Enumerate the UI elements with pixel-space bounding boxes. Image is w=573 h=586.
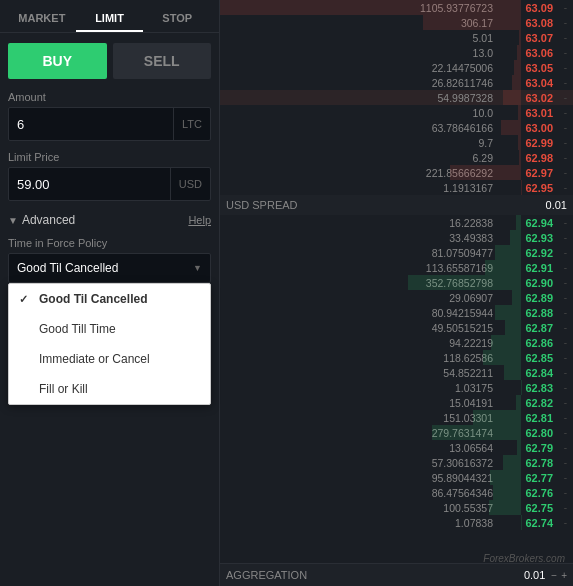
sell-button[interactable]: SELL	[113, 43, 212, 79]
bid-qty: 29.06907	[226, 292, 501, 304]
tif-section: Time in Force Policy Good Til Cancelled …	[0, 233, 219, 289]
bid-bar	[516, 395, 521, 410]
bid-bar	[473, 410, 521, 425]
bid-row: 1.03175 62.83 -	[220, 380, 573, 395]
bid-bar	[503, 455, 521, 470]
ask-price[interactable]: 62.99	[501, 137, 553, 149]
ask-bar	[519, 30, 521, 45]
tif-option-ioc[interactable]: Immediate or Cancel	[9, 344, 210, 374]
ask-price[interactable]: 63.04	[501, 77, 553, 89]
limit-price-input-row: USD	[8, 167, 211, 201]
ask-price[interactable]: 62.98	[501, 152, 553, 164]
bid-price[interactable]: 62.83	[501, 382, 553, 394]
bids-container: 16.22838 62.94 - 33.49383 62.93 - 81.075…	[220, 215, 573, 530]
bid-qty: 33.49383	[226, 232, 501, 244]
limit-price-unit: USD	[170, 168, 210, 200]
bid-qty: 118.62586	[226, 352, 501, 364]
bid-bar	[512, 290, 521, 305]
advanced-row[interactable]: ▼ Advanced Help	[0, 207, 219, 233]
check-icon: ✓	[19, 293, 33, 306]
bid-bar	[491, 335, 521, 350]
bid-dash: -	[553, 457, 567, 468]
ask-row: 221.85666292 62.97 -	[220, 165, 573, 180]
bid-row: 54.852211 62.84 -	[220, 365, 573, 380]
bid-qty: 15.04191	[226, 397, 501, 409]
ask-price[interactable]: 63.07	[501, 32, 553, 44]
bid-price[interactable]: 62.79	[501, 442, 553, 454]
ask-price[interactable]: 62.95	[501, 182, 553, 194]
ask-dash: -	[553, 122, 567, 133]
bid-row: 95.89044321 62.77 -	[220, 470, 573, 485]
advanced-toggle[interactable]: ▼ Advanced	[8, 213, 75, 227]
amount-label: Amount	[8, 91, 211, 103]
ask-qty: 54.9987328	[226, 92, 501, 104]
amount-input[interactable]	[9, 110, 173, 139]
ask-dash: -	[553, 107, 567, 118]
bid-qty: 151.03301	[226, 412, 501, 424]
no-check-2	[19, 353, 33, 365]
bid-row: 86.47564346 62.76 -	[220, 485, 573, 500]
bid-bar	[505, 320, 521, 335]
ask-row: 13.0 63.06 -	[220, 45, 573, 60]
advanced-label: Advanced	[22, 213, 75, 227]
ask-row: 22.14475006 63.05 -	[220, 60, 573, 75]
ask-dash: -	[553, 152, 567, 163]
ask-bar	[518, 105, 521, 120]
aggregation-value: 0.01	[524, 569, 545, 581]
tab-market[interactable]: MARKET	[8, 6, 76, 32]
bid-price[interactable]: 62.89	[501, 292, 553, 304]
limit-price-input[interactable]	[9, 170, 170, 199]
bid-dash: -	[553, 412, 567, 423]
tif-option-fok[interactable]: Fill or Kill	[9, 374, 210, 404]
bid-bar	[408, 275, 521, 290]
ask-row: 5.01 63.07 -	[220, 30, 573, 45]
help-link[interactable]: Help	[188, 214, 211, 226]
bid-qty: 86.47564346	[226, 487, 501, 499]
bid-dash: -	[553, 292, 567, 303]
ask-bar	[503, 90, 521, 105]
amount-input-row: LTC	[8, 107, 211, 141]
ask-price[interactable]: 63.06	[501, 47, 553, 59]
ask-price[interactable]: 63.05	[501, 62, 553, 74]
tif-option-gtt-label: Good Till Time	[39, 322, 116, 336]
tif-label: Time in Force Policy	[8, 237, 211, 249]
bid-dash: -	[553, 337, 567, 348]
spread-value: 0.01	[546, 199, 567, 211]
ask-dash: -	[553, 17, 567, 28]
bid-bar	[432, 425, 521, 440]
bid-row: 57.30616372 62.78 -	[220, 455, 573, 470]
bid-dash: -	[553, 502, 567, 513]
agg-decrease-icon[interactable]: −	[551, 570, 557, 581]
bid-qty: 49.50515215	[226, 322, 501, 334]
ask-dash: -	[553, 77, 567, 88]
bid-row: 80.94215944 62.88 -	[220, 305, 573, 320]
ask-bar	[517, 45, 521, 60]
bid-price[interactable]: 62.74	[501, 517, 553, 529]
bid-price[interactable]: 62.93	[501, 232, 553, 244]
watermark: ForexBrokers.com	[483, 553, 565, 564]
tif-option-gtt[interactable]: Good Till Time	[9, 314, 210, 344]
bid-dash: -	[553, 472, 567, 483]
bid-price[interactable]: 62.82	[501, 397, 553, 409]
tif-option-gtc[interactable]: ✓ Good Til Cancelled	[9, 284, 210, 314]
bid-bar	[495, 305, 521, 320]
bid-dash: -	[553, 262, 567, 273]
tab-stop[interactable]: STOP	[143, 6, 211, 32]
bid-dash: -	[553, 397, 567, 408]
tab-limit[interactable]: LIMIT	[76, 6, 144, 32]
bid-dash: -	[553, 277, 567, 288]
ask-row: 1105.93776723 63.09 -	[220, 0, 573, 15]
bid-qty: 100.55357	[226, 502, 501, 514]
ask-qty: 1.1913167	[226, 182, 501, 194]
bid-row: 279.7631474 62.80 -	[220, 425, 573, 440]
ask-bar	[518, 135, 521, 150]
ask-price[interactable]: 63.01	[501, 107, 553, 119]
tif-select-button[interactable]: Good Til Cancelled	[8, 253, 211, 283]
no-check-3	[19, 383, 33, 395]
bid-price[interactable]: 62.94	[501, 217, 553, 229]
agg-increase-icon[interactable]: +	[561, 570, 567, 581]
order-type-tabs: MARKET LIMIT STOP	[0, 0, 219, 33]
buy-button[interactable]: BUY	[8, 43, 107, 79]
bid-dash: -	[553, 247, 567, 258]
bid-bar	[510, 230, 521, 245]
